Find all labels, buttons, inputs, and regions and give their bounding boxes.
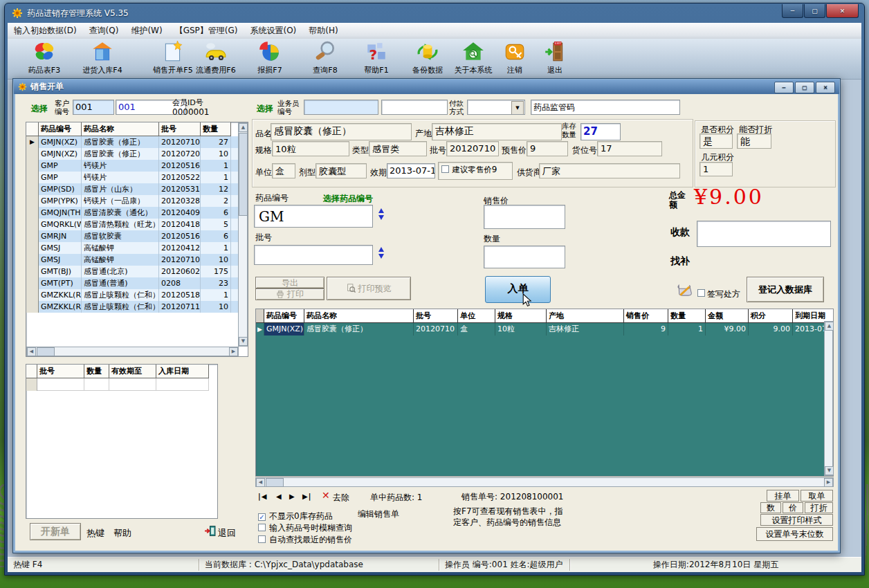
toolbar-expense[interactable]: 流通费用F6 xyxy=(193,40,239,75)
clerk-code-input[interactable] xyxy=(304,100,378,115)
qty-button[interactable]: 数 xyxy=(760,502,781,513)
fetch-order-button[interactable]: 取单 xyxy=(801,490,833,502)
stock-hscrollbar[interactable]: ◀ ▶ xyxy=(26,347,239,356)
menu-help[interactable]: 帮助(H) xyxy=(302,23,344,39)
select-clerk-link[interactable]: 选择 xyxy=(257,103,273,115)
export-button[interactable]: 导出 xyxy=(255,277,324,288)
sale-vscrollbar[interactable]: ▲ ▼ xyxy=(824,321,833,476)
entry-qty-input[interactable] xyxy=(484,246,565,268)
order-digits-button[interactable]: 设置单号末位数 xyxy=(756,527,833,541)
batch-header-batch[interactable]: 批号 xyxy=(37,365,84,378)
table-row[interactable]: GMJN(XZ) 感冒胶囊（修正） 20120720 10 xyxy=(26,148,248,160)
table-row[interactable]: GMRJN 感冒软胶囊 20120516 6 xyxy=(26,230,248,242)
table-row[interactable]: GMP 钙镁片 20120522 1 xyxy=(26,172,248,183)
batch-header-valid[interactable]: 有效期至 xyxy=(109,365,156,378)
sale-hscrollbar[interactable]: ◀ ▶ xyxy=(255,477,834,487)
table-row[interactable]: GMQJN(TH) 感冒清胶囊（通化） 20120409 6 xyxy=(26,207,248,219)
remove-item-button[interactable]: 去除 xyxy=(333,492,349,504)
print-style-button[interactable]: 设置打印样式 xyxy=(760,514,833,526)
maximize-button[interactable]: ▢ xyxy=(804,4,825,18)
sale-header-points[interactable]: 积分 xyxy=(749,309,793,323)
clerk-name-field[interactable] xyxy=(381,100,448,115)
entry-batch-input[interactable] xyxy=(254,245,373,265)
dialog-close-button[interactable]: ✕ xyxy=(816,82,835,93)
payment-method-select[interactable]: ▼ xyxy=(467,100,525,115)
print-button[interactable]: 打印 xyxy=(255,288,324,300)
batch-header-qty[interactable]: 数量 xyxy=(84,365,109,378)
toolbar-query[interactable]: 查询F8 xyxy=(302,40,348,75)
scroll-up-icon[interactable]: ▲ xyxy=(825,322,834,331)
table-row[interactable]: GMP(SD) 感冒片（山东） 20120531 12 xyxy=(26,183,248,195)
stock-header-qty[interactable]: 数量 xyxy=(201,122,231,136)
dropdown-arrow-icon[interactable]: ▼ xyxy=(511,101,524,115)
hold-order-button[interactable]: 挂单 xyxy=(767,490,799,502)
table-row[interactable]: GMT(PT) 感冒通(普通) 0208 23 xyxy=(26,277,248,289)
dialog-titlebar[interactable]: 销售开单 ─ ▢ ✕ xyxy=(14,80,839,94)
close-button[interactable]: ✕ xyxy=(826,4,859,18)
scroll-down-icon[interactable]: ▼ xyxy=(239,337,248,346)
toolbar-about[interactable]: 关于本系统 xyxy=(450,40,496,75)
toolbar-sale-order[interactable]: 销售开单F5 xyxy=(150,40,196,75)
minimize-button[interactable]: ─ xyxy=(782,4,803,18)
scroll-right-icon[interactable]: ▶ xyxy=(229,347,238,356)
code-spinner[interactable] xyxy=(378,208,384,220)
toolbar-exit[interactable]: EXIT 退出 xyxy=(532,40,578,75)
menu-maintain[interactable]: 维护(W) xyxy=(125,23,168,39)
back-button[interactable]: 退回 xyxy=(218,527,236,540)
stock-header-name[interactable]: 药品名称 xyxy=(82,122,159,136)
price-button[interactable]: 价 xyxy=(783,502,803,513)
menu-input-data[interactable]: 输入初始数据(D) xyxy=(8,23,83,39)
nav-next-button[interactable]: ▶ xyxy=(289,493,295,500)
table-row[interactable]: GMSJ 高锰酸钾 20120710 10 xyxy=(26,254,248,266)
scroll-left-icon[interactable]: ◀ xyxy=(27,347,36,356)
fuzzy-search-checkbox[interactable] xyxy=(258,524,266,531)
sale-header-spec[interactable]: 规格 xyxy=(495,309,547,323)
help-link[interactable]: 帮助 xyxy=(113,527,131,540)
hotkey-link[interactable]: 热键 xyxy=(86,527,104,540)
enter-item-button[interactable]: 入单 xyxy=(485,276,551,303)
stock-vscrollbar[interactable]: ▲ ▼ xyxy=(238,122,248,347)
prescription-checkbox[interactable] xyxy=(697,289,705,297)
recent-price-checkbox[interactable] xyxy=(258,535,266,543)
main-titlebar[interactable]: 药品进销存管理系统 V5.35 ─ ▢ ✕ xyxy=(5,3,864,23)
table-row[interactable]: GMZKKL(RH) 感冒止咳颗粒（仁和） 20120711 10 xyxy=(26,301,248,313)
remove-x-icon[interactable]: ✕ xyxy=(322,490,330,501)
entry-price-input[interactable] xyxy=(484,205,565,229)
menu-settings[interactable]: 系统设置(O) xyxy=(244,23,302,39)
stock-header-code[interactable]: 药品编号 xyxy=(39,122,82,136)
table-row[interactable]: GMP(YPK) 钙镁片（一品康） 20120328 2 xyxy=(26,195,248,207)
received-input[interactable] xyxy=(697,221,831,247)
print-preview-button[interactable]: 打印预览 xyxy=(327,277,411,300)
table-row[interactable]: GMT(BJ) 感冒通(北京) 20120602 175 xyxy=(26,266,248,277)
new-order-button[interactable]: 开新单 xyxy=(30,523,81,540)
recent-price-option[interactable]: 自动查找最近的销售价 xyxy=(258,532,352,546)
sale-header-name[interactable]: 药品名称 xyxy=(304,309,414,323)
entry-code-input[interactable]: GM xyxy=(254,205,373,228)
table-row[interactable]: GMZKKL(RH) 感冒止咳颗粒（仁和） 20120518 1 xyxy=(26,289,248,301)
sale-item-row[interactable]: ▶ GMJN(XZ) 感冒胶囊（修正） 20120710 盒 10粒 吉林修正 … xyxy=(256,323,833,336)
menu-gsp[interactable]: 【GSP】管理(G) xyxy=(169,23,244,39)
edit-sale-order-link[interactable]: 编辑销售单 xyxy=(358,508,399,520)
sale-header-code[interactable]: 药品编号 xyxy=(264,309,304,323)
pick-drug-code-link[interactable]: 选择药品编号 xyxy=(323,193,373,205)
toolbar-logout[interactable]: 注销 xyxy=(492,40,538,75)
scroll-down-icon[interactable]: ▼ xyxy=(825,466,834,475)
sale-header-amount[interactable]: 金额 xyxy=(706,309,749,323)
table-row[interactable]: GMP 钙镁片 20120516 1 xyxy=(26,160,248,172)
select-customer-link[interactable]: 选择 xyxy=(31,103,48,115)
batch-header-indate[interactable]: 入库日期 xyxy=(156,365,209,378)
dialog-minimize-button[interactable]: ─ xyxy=(774,82,794,93)
nav-prev-button[interactable]: ◀ xyxy=(276,493,282,500)
register-db-button[interactable]: 登记入数据库 xyxy=(747,277,824,302)
toolbar-purchase-in[interactable]: 进货入库F4 xyxy=(80,40,125,75)
toolbar-help[interactable]: ? 帮助F1 xyxy=(354,40,399,75)
sale-header-batch[interactable]: 批号 xyxy=(414,309,458,323)
scroll-up-icon[interactable]: ▲ xyxy=(239,123,248,132)
sale-header-price[interactable]: 销售价 xyxy=(624,309,668,323)
sale-header-origin[interactable]: 产地 xyxy=(547,309,624,323)
table-row[interactable]: GMQRKL(WL) 感冒清热颗粒（旺龙） 20120418 5 xyxy=(26,219,248,230)
sale-header-qty[interactable]: 数量 xyxy=(668,309,706,323)
customer-code-input[interactable]: 001 xyxy=(73,100,114,115)
batch-spinner[interactable] xyxy=(378,247,384,259)
menu-query[interactable]: 查询(Q) xyxy=(83,23,125,39)
